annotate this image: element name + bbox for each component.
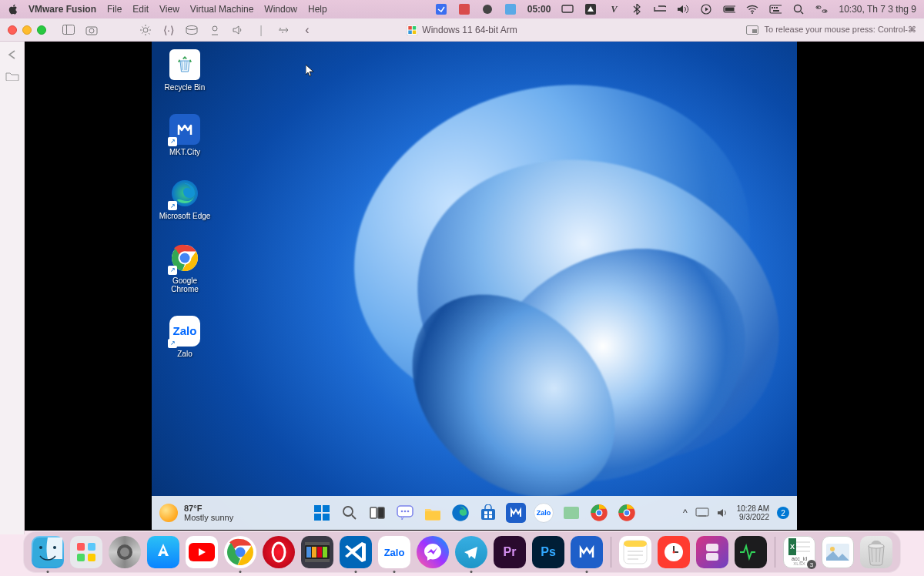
- wifi-icon[interactable]: [746, 3, 758, 15]
- dock-finder-icon[interactable]: [32, 536, 64, 568]
- dock-excel-file-icon[interactable]: X acc_id XLSX 3: [783, 536, 815, 568]
- desktop-icon-chrome[interactable]: ↗ Google Chrome: [158, 243, 212, 294]
- shortcut-arrow-icon: ↗: [168, 339, 177, 348]
- resize-icon[interactable]: ⟨·⟩: [160, 22, 177, 38]
- dock-trash-icon[interactable]: [860, 536, 892, 568]
- svg-point-26: [186, 25, 197, 29]
- menubar-clock[interactable]: 10:30, Th 7 3 thg 9: [839, 4, 916, 15]
- svg-point-47: [401, 511, 403, 513]
- dock-mkt-icon[interactable]: [571, 536, 603, 568]
- dock-clock-icon[interactable]: [658, 536, 690, 568]
- menubar-virtual-machine[interactable]: Virtual Machine: [190, 4, 254, 15]
- menubar-help[interactable]: Help: [308, 4, 327, 15]
- search-icon[interactable]: [792, 3, 805, 15]
- menubar-window[interactable]: Window: [264, 4, 297, 15]
- tray-keyboard-icon[interactable]: [695, 507, 709, 518]
- network-icon[interactable]: [206, 22, 223, 38]
- menubar-display-icon[interactable]: [561, 3, 574, 15]
- tray-volume-icon[interactable]: [717, 507, 729, 518]
- weather-desc: Mostly sunny: [184, 513, 233, 522]
- menubar-app-icon-2[interactable]: [458, 3, 470, 15]
- dock-shortcuts-icon[interactable]: [696, 536, 728, 568]
- control-center-icon[interactable]: [815, 3, 828, 15]
- menubar-triangle-icon[interactable]: [584, 3, 597, 15]
- taskbar-explorer-icon[interactable]: [423, 503, 443, 523]
- keyboard-icon[interactable]: [769, 3, 782, 15]
- disk-icon[interactable]: [183, 22, 200, 38]
- dock-launchpad-icon[interactable]: [70, 536, 102, 568]
- svg-rect-39: [314, 505, 321, 512]
- dock-zalo-icon[interactable]: Zalo: [378, 536, 410, 568]
- dock-premiere-icon[interactable]: Pr: [494, 536, 526, 568]
- dock-settings-icon[interactable]: [109, 536, 141, 568]
- menubar-app-icon-3[interactable]: [481, 3, 494, 15]
- weather-sun-icon: [159, 504, 178, 522]
- back-arrow-icon[interactable]: [5, 49, 19, 60]
- dock-image-file-icon[interactable]: [822, 536, 854, 568]
- taskbar-edge-icon[interactable]: [450, 503, 470, 523]
- taskbar-chat-icon[interactable]: [395, 503, 415, 523]
- menubar-app-icon-1[interactable]: [435, 3, 447, 15]
- play-circle-icon[interactable]: [700, 3, 712, 15]
- sidebar-toggle-icon[interactable]: [60, 22, 77, 38]
- tray-chevron-icon[interactable]: ^: [683, 507, 688, 518]
- taskbar-chrome-icon-2[interactable]: [617, 503, 637, 523]
- start-button[interactable]: [312, 503, 332, 523]
- menubar-view[interactable]: View: [159, 4, 179, 15]
- menubar-timer[interactable]: 05:00: [527, 4, 551, 15]
- svg-rect-50: [425, 511, 440, 520]
- taskbar-mktcity-icon[interactable]: [506, 503, 526, 523]
- snapshot-icon[interactable]: [83, 22, 100, 38]
- battery-icon[interactable]: [723, 3, 735, 15]
- dock-activity-icon[interactable]: [735, 536, 767, 568]
- taskbar-weather[interactable]: 87°F Mostly sunny: [159, 504, 233, 522]
- bluetooth-icon[interactable]: [631, 3, 643, 15]
- dock-photoshop-icon[interactable]: Ps: [532, 536, 564, 568]
- menubar-file[interactable]: File: [107, 4, 122, 15]
- taskbar-chrome-icon-1[interactable]: [589, 503, 609, 523]
- menubar-notion-icon[interactable]: V: [608, 3, 620, 15]
- desktop-icon-edge[interactable]: ↗ Microsoft Edge: [158, 178, 212, 221]
- dock-messenger-icon[interactable]: [417, 536, 449, 568]
- desktop-icon-label: Recycle Bin: [165, 83, 206, 92]
- menubar-timer-icon[interactable]: [504, 3, 517, 15]
- menubar-app-name[interactable]: VMware Fusion: [28, 4, 96, 15]
- dock-youtube-icon[interactable]: [186, 536, 218, 568]
- svg-rect-70: [88, 543, 95, 551]
- taskbar-app-icon[interactable]: [561, 503, 581, 523]
- volume-icon[interactable]: [677, 3, 689, 15]
- usb-icon[interactable]: [276, 22, 293, 38]
- desktop-icon-mktcity[interactable]: ↗ MKT.City: [158, 114, 212, 157]
- dock-appstore-icon[interactable]: [147, 536, 179, 568]
- svg-point-94: [673, 551, 675, 554]
- dock-notes-icon[interactable]: [619, 536, 651, 568]
- fullscreen-window-button[interactable]: [37, 25, 46, 35]
- dock-telegram-icon[interactable]: [455, 536, 487, 568]
- dock-fcpx-icon[interactable]: [301, 536, 333, 568]
- close-window-button[interactable]: [8, 25, 17, 35]
- taskbar-clock[interactable]: 10:28 AM 9/3/2022: [737, 504, 769, 521]
- minimize-window-button[interactable]: [22, 25, 32, 35]
- taskbar-search-icon[interactable]: [340, 503, 360, 523]
- dock-opera-icon[interactable]: [263, 536, 295, 568]
- dock-chrome-icon[interactable]: [224, 536, 256, 568]
- svg-rect-82: [317, 547, 322, 558]
- windows-desktop[interactable]: Recycle Bin ↗ MKT.City ↗ Microsoft Edge …: [152, 42, 797, 530]
- folder-icon[interactable]: [5, 71, 19, 82]
- desktop-icon-zalo[interactable]: Zalo↗ Zalo: [158, 316, 212, 359]
- settings-icon[interactable]: [137, 22, 154, 38]
- taskbar-tray: ^ 10:28 AM 9/3/2022 2: [683, 504, 789, 521]
- task-view-icon[interactable]: [367, 503, 387, 523]
- dock-vscode-icon[interactable]: [340, 536, 372, 568]
- notification-badge[interactable]: 2: [777, 507, 789, 519]
- taskbar-store-icon[interactable]: [478, 503, 498, 523]
- back-icon[interactable]: ‹: [299, 22, 316, 38]
- svg-rect-81: [312, 547, 316, 558]
- sound-icon[interactable]: [229, 22, 246, 38]
- menubar-edit[interactable]: Edit: [132, 4, 149, 15]
- pip-icon[interactable]: [746, 25, 758, 35]
- taskbar-zalo-icon[interactable]: Zalo: [534, 503, 554, 523]
- menubar-bed-icon[interactable]: [654, 3, 666, 15]
- apple-logo-icon[interactable]: [8, 4, 18, 15]
- desktop-icon-recycle-bin[interactable]: Recycle Bin: [158, 49, 212, 92]
